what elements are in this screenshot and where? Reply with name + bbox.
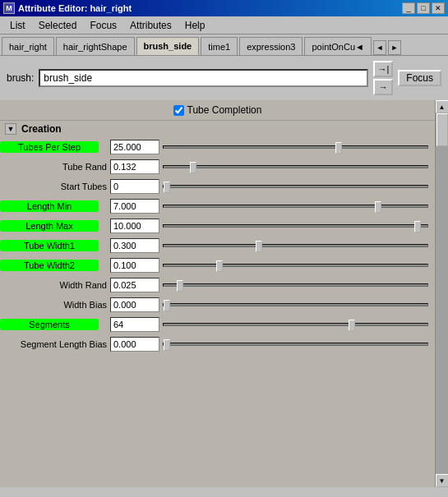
attr-label-green: Tube Width1 (0, 240, 99, 251)
tab-point-on-cu[interactable]: pointOnCu◄ (304, 37, 371, 55)
menu-focus[interactable]: Focus (83, 18, 123, 33)
attr-label: Width Rand (3, 280, 110, 290)
attr-label-green: Tube Width2 (0, 260, 99, 271)
attr-value-input[interactable] (110, 199, 159, 214)
title-bar: M Attribute Editor: hair_right _ □ ✕ (0, 0, 448, 16)
brush-input[interactable] (39, 69, 368, 87)
slider-thumb[interactable] (164, 182, 170, 193)
attr-label-green: Segments (0, 319, 99, 330)
brush-navigate-button[interactable]: →| (373, 61, 393, 77)
attr-label: Width Bias (3, 300, 110, 310)
table-row: Width Bias (0, 295, 435, 315)
attr-value-input[interactable] (110, 278, 159, 292)
slider-track[interactable] (163, 165, 428, 168)
slider-container (159, 303, 432, 306)
creation-section-header: ▼ Creation (0, 121, 435, 137)
attr-value-input[interactable] (110, 159, 159, 174)
brush-row: brush: →| → Focus (0, 56, 448, 100)
minimize-button[interactable]: _ (402, 2, 415, 14)
tube-completion-label[interactable]: Tube Completion (173, 104, 262, 116)
menu-attributes[interactable]: Attributes (123, 18, 178, 33)
attr-value-input[interactable] (110, 219, 159, 233)
menu-bar: List Selected Focus Attributes Help (0, 16, 448, 35)
slider-thumb[interactable] (375, 201, 381, 213)
slider-track[interactable] (163, 244, 428, 247)
attribute-rows: Tubes Per Step Tube Rand Start Tubes (0, 137, 435, 354)
slider-thumb[interactable] (414, 221, 421, 232)
tube-completion-row: Tube Completion (0, 100, 435, 121)
attr-label-green: Length Max (0, 220, 99, 232)
menu-selected[interactable]: Selected (32, 18, 84, 33)
tab-time1[interactable]: time1 (201, 37, 238, 55)
table-row: Start Tubes (0, 177, 435, 196)
focus-button[interactable]: Focus (398, 70, 441, 86)
title-text: Attribute Editor: hair_right (18, 3, 132, 13)
tab-bar: hair_right hair_rightShape brush_side ti… (0, 35, 448, 56)
scroll-track[interactable] (436, 113, 448, 474)
slider-container (159, 343, 432, 346)
attr-value-input[interactable] (110, 337, 159, 352)
table-row: Tube Width1 (0, 236, 435, 255)
table-row: Segment Length Bias (0, 334, 435, 354)
slider-thumb[interactable] (216, 260, 223, 272)
tab-nav-fwd[interactable]: ► (388, 40, 401, 55)
attr-value-input[interactable] (110, 238, 159, 253)
scroll-down-button[interactable]: ▼ (436, 474, 449, 487)
slider-container (159, 185, 432, 188)
slider-track[interactable] (163, 343, 428, 346)
collapse-button[interactable]: ▼ (5, 123, 16, 135)
table-row: Length Max (0, 216, 435, 236)
slider-track[interactable] (163, 205, 428, 208)
scrollbar[interactable]: ▲ ▼ (435, 100, 448, 487)
attr-label-green: Length Min (0, 200, 99, 212)
tab-brush-side[interactable]: brush_side (136, 37, 200, 55)
table-row: Tube Rand (0, 157, 435, 177)
brush-label: brush: (7, 72, 34, 84)
tab-hair-right-shape[interactable]: hair_rightShape (56, 37, 135, 55)
slider-thumb[interactable] (164, 300, 170, 311)
tab-expression3[interactable]: expression3 (239, 37, 303, 55)
attr-value-input[interactable] (110, 258, 159, 273)
slider-track[interactable] (163, 323, 428, 326)
slider-container (159, 264, 432, 267)
table-row: Tube Width2 (0, 255, 435, 275)
slider-container (159, 165, 432, 168)
tube-completion-text: Tube Completion (187, 104, 262, 116)
tube-completion-checkbox[interactable] (173, 105, 184, 116)
attr-label-green: Tubes Per Step (0, 141, 99, 153)
table-row: Width Rand (0, 275, 435, 295)
slider-container (159, 323, 432, 326)
attr-label: Start Tubes (3, 182, 110, 191)
maximize-button[interactable]: □ (417, 2, 430, 14)
scroll-thumb[interactable] (436, 113, 448, 146)
close-button[interactable]: ✕ (432, 2, 445, 14)
tab-hair-right[interactable]: hair_right (2, 37, 54, 55)
slider-thumb[interactable] (256, 241, 262, 252)
attr-value-input[interactable] (110, 140, 159, 154)
slider-track[interactable] (163, 185, 428, 188)
slider-track[interactable] (163, 145, 428, 149)
attr-value-input[interactable] (110, 297, 159, 312)
menu-list[interactable]: List (3, 18, 32, 33)
slider-thumb[interactable] (190, 162, 196, 173)
slider-thumb[interactable] (177, 280, 183, 292)
menu-help[interactable]: Help (178, 18, 212, 33)
slider-container (159, 205, 432, 208)
slider-track[interactable] (163, 224, 428, 228)
slider-thumb[interactable] (349, 320, 355, 331)
attr-value-input[interactable] (110, 317, 159, 332)
slider-thumb[interactable] (335, 142, 342, 154)
slider-container (159, 283, 432, 287)
app-icon: M (3, 2, 15, 14)
slider-track[interactable] (163, 283, 428, 287)
attr-label: Segment Length Bias (3, 339, 110, 349)
slider-track[interactable] (163, 303, 428, 306)
slider-container (159, 244, 432, 247)
attr-value-input[interactable] (110, 179, 159, 194)
brush-select-button[interactable]: → (373, 79, 393, 95)
slider-thumb[interactable] (164, 339, 170, 351)
section-title: Creation (21, 123, 62, 135)
scroll-up-button[interactable]: ▲ (436, 100, 449, 113)
slider-track[interactable] (163, 264, 428, 267)
tab-nav-back[interactable]: ◄ (373, 40, 386, 55)
